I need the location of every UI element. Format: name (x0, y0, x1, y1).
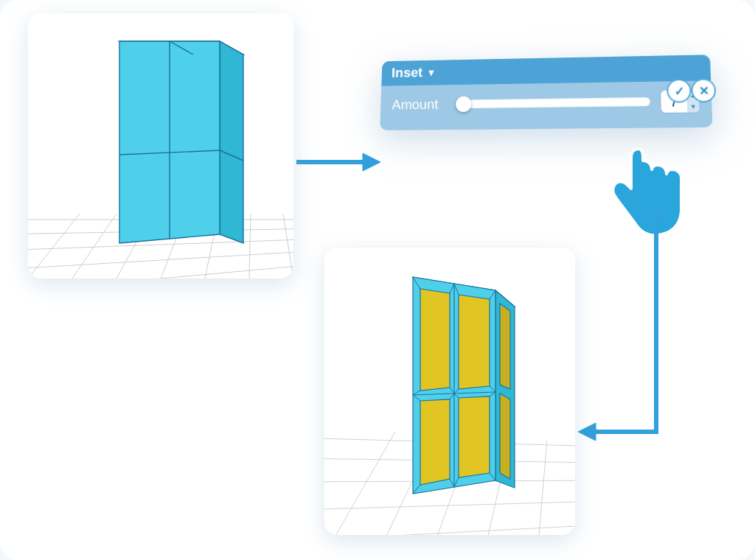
svg-line-2 (28, 239, 293, 251)
close-icon: ✕ (698, 83, 709, 97)
svg-line-11 (283, 214, 293, 279)
svg-line-5 (28, 214, 80, 279)
svg-line-31 (538, 441, 547, 535)
diagram-canvas: Inset ▼ Amount 7 ▲ ▼ ✓ (0, 0, 755, 560)
svg-line-4 (28, 264, 293, 279)
inset-tool-panel: Inset ▼ Amount 7 ▲ ▼ ✓ (380, 55, 712, 130)
svg-line-6 (72, 214, 116, 279)
dropdown-icon: ▼ (427, 67, 436, 78)
viewport-after (324, 248, 575, 535)
svg-marker-20 (363, 153, 380, 171)
svg-line-10 (249, 214, 251, 279)
step-down-icon[interactable]: ▼ (687, 101, 700, 113)
svg-marker-42 (459, 295, 490, 389)
amount-slider[interactable] (459, 97, 650, 108)
viewport-before (28, 13, 293, 279)
confirm-button[interactable]: ✓ (668, 80, 690, 102)
cancel-button[interactable]: ✕ (692, 80, 714, 101)
svg-line-26 (324, 525, 575, 535)
svg-marker-21 (578, 423, 596, 441)
check-icon: ✓ (674, 84, 684, 98)
svg-marker-37 (500, 393, 510, 479)
arrow-step-2 (575, 206, 708, 457)
amount-label: Amount (392, 97, 448, 113)
svg-line-3 (28, 251, 293, 270)
svg-marker-44 (459, 396, 490, 477)
slider-thumb[interactable] (456, 96, 472, 112)
svg-marker-36 (500, 304, 510, 389)
arrow-step-1 (293, 147, 382, 177)
svg-marker-13 (220, 41, 243, 243)
svg-line-27 (332, 432, 395, 535)
before-model-illustration (28, 13, 293, 279)
svg-marker-41 (420, 289, 450, 391)
svg-marker-43 (420, 399, 450, 485)
tool-name-label: Inset (392, 65, 423, 81)
after-model-illustration (324, 248, 575, 535)
